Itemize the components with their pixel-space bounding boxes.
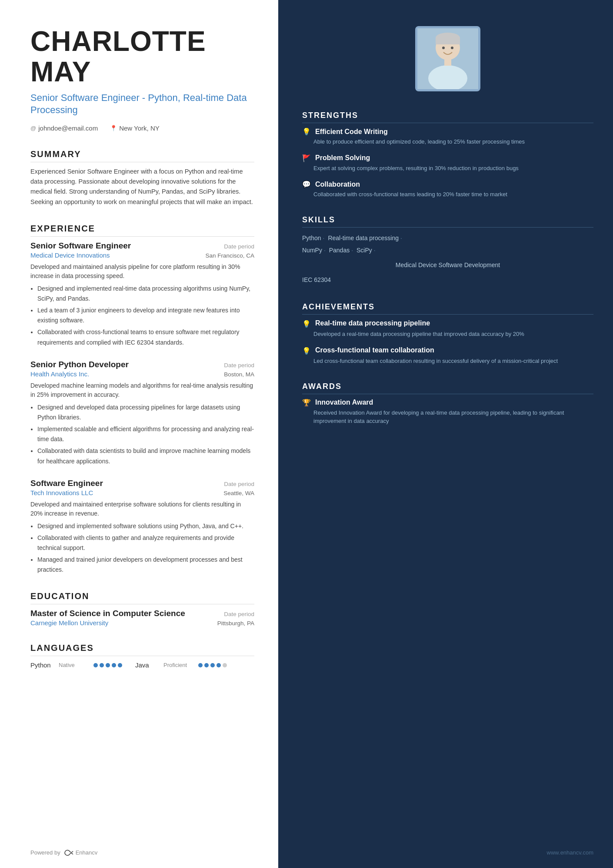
strength-name-2: Problem Solving (315, 154, 370, 162)
exp-header-1: Senior Software Engineer Date period (30, 241, 254, 251)
dot (106, 663, 110, 667)
strength-item-2: 🚩 Problem Solving Expert at solving comp… (302, 154, 593, 173)
website-label: www.enhancv.com (547, 849, 593, 856)
lang-name-java: Java (135, 661, 159, 669)
award-header-1: 🏆 Innovation Award (302, 399, 593, 407)
experience-title: EXPERIENCE (30, 224, 254, 237)
dot (118, 663, 122, 667)
exp-company-2: Health Analytics Inc. (30, 370, 89, 378)
exp-company-3: Tech Innovations LLC (30, 489, 93, 496)
strength-name-1: Efficient Code Writing (315, 128, 388, 136)
dot (93, 663, 98, 667)
summary-text: Experienced Senior Software Engineer wit… (30, 167, 254, 207)
achievement-item-2: 💡 Cross-functional team collaboration Le… (302, 346, 593, 365)
brand-name: Enhancv (76, 849, 98, 856)
lang-level-python: Native (59, 662, 89, 668)
edu-date-1: Date period (224, 611, 254, 617)
dot (198, 663, 203, 667)
location-icon: 📍 (110, 125, 117, 131)
strengths-section: STRENGTHS 💡 Efficient Code Writing Able … (302, 111, 593, 199)
strength-icon-3: 💬 (302, 180, 311, 188)
skill-iec: IEC 62304 (302, 276, 331, 283)
exp-date-1: Date period (224, 243, 254, 250)
exp-bullet-3-3: Managed and trained junior developers on… (37, 555, 254, 575)
exp-bullet-2-1: Designed and developed data processing p… (37, 402, 254, 422)
exp-desc-2: Developed machine learning models and al… (30, 381, 254, 400)
experience-entry-2: Senior Python Developer Date period Heal… (30, 360, 254, 466)
location-value: New York, NY (119, 124, 160, 132)
achievement-desc-1: Developed a real-time data processing pi… (302, 330, 593, 338)
achievement-header-1: 💡 Real-time data processing pipeline (302, 319, 593, 328)
skill-pandas: Pandas (329, 247, 350, 254)
strength-desc-2: Expert at solving complex problems, resu… (302, 164, 593, 173)
exp-bullet-1-2: Led a team of 3 junior engineers to deve… (37, 305, 254, 325)
candidate-title: Senior Software Engineer - Python, Real-… (30, 92, 254, 117)
exp-location-1: San Francisco, CA (205, 252, 254, 259)
skill-realtime: Real-time data processing (328, 235, 399, 241)
achievement-icon-2: 💡 (302, 347, 311, 355)
skill-python: Python (302, 235, 321, 241)
award-desc-1: Received Innovation Award for developing… (302, 409, 593, 426)
summary-section: SUMMARY Experienced Senior Software Engi… (30, 149, 254, 207)
exp-header-2: Senior Python Developer Date period (30, 360, 254, 369)
svg-rect-5 (444, 58, 451, 66)
experience-entry-3: Software Engineer Date period Tech Innov… (30, 479, 254, 575)
exp-bullets-1: Designed and implemented real-time data … (30, 284, 254, 348)
exp-title-2: Senior Python Developer (30, 360, 129, 369)
strength-item-3: 💬 Collaboration Collaborated with cross-… (302, 180, 593, 199)
award-icon-1: 🏆 (302, 399, 311, 407)
dot (217, 663, 221, 667)
achievement-header-2: 💡 Cross-functional team collaboration (302, 346, 593, 355)
education-section: EDUCATION Master of Science in Computer … (30, 591, 254, 627)
email-contact: @ johndoe@email.com (30, 124, 98, 132)
strength-header-2: 🚩 Problem Solving (302, 154, 593, 162)
exp-location-2: Boston, MA (224, 371, 254, 378)
summary-title: SUMMARY (30, 149, 254, 162)
achievement-icon-1: 💡 (302, 320, 311, 328)
svg-rect-3 (436, 38, 460, 44)
edu-degree-1: Master of Science in Computer Science (30, 609, 185, 618)
skill-scipy: SciPy (356, 247, 372, 254)
exp-desc-3: Developed and maintained enterprise soft… (30, 500, 254, 519)
dot (204, 663, 209, 667)
strength-desc-3: Collaborated with cross-functional teams… (302, 190, 593, 199)
experience-entry-1: Senior Software Engineer Date period Med… (30, 241, 254, 348)
svg-point-7 (451, 47, 453, 49)
achievement-item-1: 💡 Real-time data processing pipeline Dev… (302, 319, 593, 338)
profile-photo-wrap (302, 26, 593, 91)
exp-bullets-3: Designed and implemented software soluti… (30, 521, 254, 575)
lang-item-java: Java Proficient (135, 661, 227, 669)
strengths-title: STRENGTHS (302, 111, 593, 123)
strength-desc-1: Able to produce efficient and optimized … (302, 137, 593, 146)
lang-item-python: Python Native (30, 661, 122, 669)
awards-section: AWARDS 🏆 Innovation Award Received Innov… (302, 382, 593, 426)
education-title: EDUCATION (30, 591, 254, 604)
strength-header-1: 💡 Efficient Code Writing (302, 127, 593, 136)
edu-location-1: Pittsburgh, PA (217, 620, 254, 627)
skill-numpy: NumPy (302, 247, 322, 254)
resume-wrapper: CHARLOTTE MAY Senior Software Engineer -… (0, 0, 613, 868)
candidate-name: CHARLOTTE MAY (30, 26, 254, 87)
skill-medical: Medical Device Software Development (396, 261, 500, 268)
location-contact: 📍 New York, NY (110, 124, 160, 132)
skills-tags: Python· Real-time data processing· NumPy… (302, 232, 593, 286)
strength-header-3: 💬 Collaboration (302, 180, 593, 188)
exp-bullet-1-1: Designed and implemented real-time data … (37, 284, 254, 304)
lang-dots-python (93, 663, 122, 667)
brand-logo: Enhancv (64, 849, 98, 856)
exp-title-3: Software Engineer (30, 479, 103, 488)
exp-company-row-1: Medical Device Innovations San Francisco… (30, 251, 254, 259)
exp-header-3: Software Engineer Date period (30, 479, 254, 488)
profile-photo (415, 26, 480, 91)
achievement-name-1: Real-time data processing pipeline (315, 319, 430, 328)
exp-company-row-2: Health Analytics Inc. Boston, MA (30, 370, 254, 378)
exp-location-3: Seattle, WA (223, 490, 254, 496)
right-footer: www.enhancv.com (547, 849, 593, 856)
right-panel: STRENGTHS 💡 Efficient Code Writing Able … (278, 0, 613, 868)
strength-icon-2: 🚩 (302, 154, 311, 162)
exp-bullet-3-1: Designed and implemented software soluti… (37, 521, 254, 531)
skills-section: SKILLS Python· Real-time data processing… (302, 215, 593, 286)
exp-bullet-2-2: Implemented scalable and efficient algor… (37, 424, 254, 444)
header-contact: @ johndoe@email.com 📍 New York, NY (30, 124, 254, 132)
achievement-desc-2: Led cross-functional team collaboration … (302, 357, 593, 365)
